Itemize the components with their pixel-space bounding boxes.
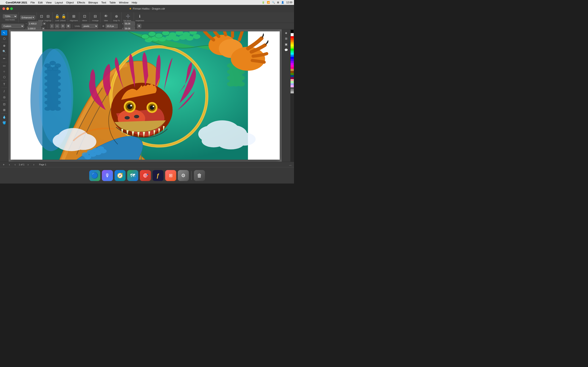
x-input[interactable] — [124, 21, 135, 26]
color-red[interactable] — [291, 36, 294, 38]
color-green[interactable] — [291, 49, 294, 50]
dock-safari[interactable]: 🧭 — [114, 170, 126, 181]
canvas-area[interactable] — [9, 29, 282, 162]
copy-properties-button[interactable]: ▣ — [283, 42, 289, 47]
color-red-orange[interactable] — [291, 38, 294, 40]
menu-text[interactable]: Text — [101, 1, 106, 4]
inspectors-button[interactable]: ℹ — [137, 13, 143, 19]
comments-button[interactable]: 💬 — [283, 47, 289, 53]
eyedropper-tool-button[interactable]: 💧 — [1, 114, 7, 120]
alignment-button[interactable]: ⊞ — [71, 13, 77, 19]
enhanced-button[interactable]: Enhanced ▾ — [20, 15, 35, 20]
close-button[interactable] — [2, 7, 5, 10]
menu-edit[interactable]: Edit — [38, 1, 43, 4]
status-dots-button[interactable]: ... — [288, 162, 292, 167]
dock-finder[interactable]: 🔵 — [89, 170, 100, 181]
menu-window[interactable]: Window — [119, 1, 129, 4]
group-button[interactable]: ⊡ — [39, 13, 44, 19]
line-tool-button[interactable]: / — [1, 89, 7, 94]
lock-button[interactable]: 🔒 — [54, 13, 60, 19]
node-tool-button[interactable]: ⬡ — [1, 36, 7, 41]
color-orange[interactable] — [291, 40, 294, 42]
app-name[interactable]: CorelDRAW 2021 — [6, 1, 27, 4]
transform-panel-button[interactable]: ⊞ — [283, 36, 289, 41]
color-light-purple[interactable] — [291, 85, 294, 87]
unlock-button[interactable]: 🔓 — [61, 13, 67, 19]
color-blue-violet[interactable] — [291, 59, 294, 61]
resize-page-button[interactable]: ⊡ — [61, 24, 65, 28]
minimize-button[interactable] — [6, 7, 9, 10]
color-cyan[interactable] — [291, 53, 294, 55]
polygon-tool-button[interactable]: ⬡ — [1, 75, 7, 80]
color-black[interactable] — [291, 30, 294, 33]
next-page-button[interactable]: › — [26, 162, 30, 167]
search-icon[interactable]: 🔍 — [272, 1, 275, 4]
rectangle-tool-button[interactable]: ▭ — [1, 63, 7, 68]
color-magenta[interactable] — [291, 65, 294, 67]
color-bright-yellow[interactable] — [291, 44, 294, 47]
color-light-blue[interactable] — [291, 55, 294, 57]
units-select[interactable]: pixels inches mm — [82, 24, 98, 28]
transform-button[interactable]: ⊕ — [137, 24, 141, 28]
menu-bitmaps[interactable]: Bitmaps — [88, 1, 98, 4]
spiral-tool-button[interactable]: ◎ — [1, 94, 7, 100]
zoom-select[interactable]: 729% 100% 50% — [3, 14, 17, 18]
color-spring-green[interactable] — [291, 50, 294, 53]
menu-file[interactable]: File — [30, 1, 35, 4]
control-center-icon[interactable]: ⊞ — [277, 1, 279, 4]
dock-launchpad[interactable]: ⊞ — [165, 170, 176, 181]
width-input[interactable] — [28, 21, 42, 26]
dock-fontlab[interactable]: ƒ — [153, 170, 164, 181]
menu-effects[interactable]: Effects — [77, 1, 85, 4]
portrait-button[interactable]: ▯ — [50, 24, 54, 28]
fill-tool-button[interactable]: 🪣 — [1, 120, 7, 125]
menu-help[interactable]: Help — [132, 1, 137, 4]
color-yellow-green[interactable] — [291, 47, 294, 49]
freehand-tool-button[interactable]: ✏ — [1, 56, 7, 61]
prev-page-button[interactable]: ‹ — [7, 162, 11, 167]
user-icon[interactable]: 👤 — [281, 1, 284, 4]
color-violet[interactable] — [291, 61, 294, 63]
nudge-input[interactable] — [105, 24, 118, 28]
next-page-button-2[interactable]: › — [32, 162, 36, 167]
text-tool-button[interactable]: T — [1, 82, 7, 87]
arrange-button[interactable]: ⊟ — [93, 13, 98, 19]
menu-layout[interactable]: Layout — [55, 1, 63, 4]
color-olive[interactable] — [291, 73, 294, 75]
transform-tool-button[interactable]: ⊕ — [1, 43, 7, 48]
dock-maps[interactable]: 🗺 — [127, 170, 138, 181]
mesh-tool-button[interactable]: ⊞ — [1, 107, 7, 113]
dragon-canvas[interactable] — [11, 31, 280, 160]
color-white[interactable] — [291, 33, 294, 36]
ellipse-tool-button[interactable]: ○ — [1, 69, 7, 74]
color-dark-brown[interactable] — [291, 71, 294, 73]
get-more-button[interactable]: ➕ — [125, 13, 131, 19]
color-gray[interactable] — [291, 89, 294, 91]
dock-system-prefs[interactable]: ⚙ — [178, 170, 189, 181]
color-purple[interactable] — [291, 63, 294, 65]
color-maroon[interactable] — [291, 77, 294, 79]
maximize-button[interactable] — [10, 7, 13, 10]
color-light-blue-2[interactable] — [291, 83, 294, 85]
color-light-green[interactable] — [291, 81, 294, 83]
mirror-button[interactable]: ⊡ — [82, 13, 87, 19]
color-brown[interactable] — [291, 69, 294, 71]
prev-page-button-2[interactable]: ‹ — [13, 162, 17, 167]
color-dark-gray[interactable] — [291, 87, 294, 89]
color-light-pink[interactable] — [291, 79, 294, 81]
landscape-button[interactable]: ▭ — [55, 24, 60, 28]
page-size-select[interactable]: Custom Letter A4 — [2, 24, 24, 28]
color-yellow[interactable] — [291, 42, 294, 44]
menu-object[interactable]: Object — [66, 1, 74, 4]
dock-app[interactable]: 🎯 — [140, 170, 151, 181]
color-light-gray[interactable] — [291, 91, 294, 93]
color-blue[interactable] — [291, 57, 294, 59]
select-tool-button[interactable]: ↖ — [1, 30, 7, 35]
dock-siri[interactable]: 🎙 — [102, 170, 113, 181]
dock-trash[interactable]: 🗑 — [194, 170, 205, 181]
zoom-tool-button[interactable]: 🔍 — [1, 49, 7, 54]
snap-to-button[interactable]: ⊕ — [114, 13, 120, 19]
crop-tool-button[interactable]: ⊡ — [1, 101, 7, 107]
color-hot-pink[interactable] — [291, 67, 294, 69]
color-dark-blue[interactable] — [291, 75, 294, 77]
